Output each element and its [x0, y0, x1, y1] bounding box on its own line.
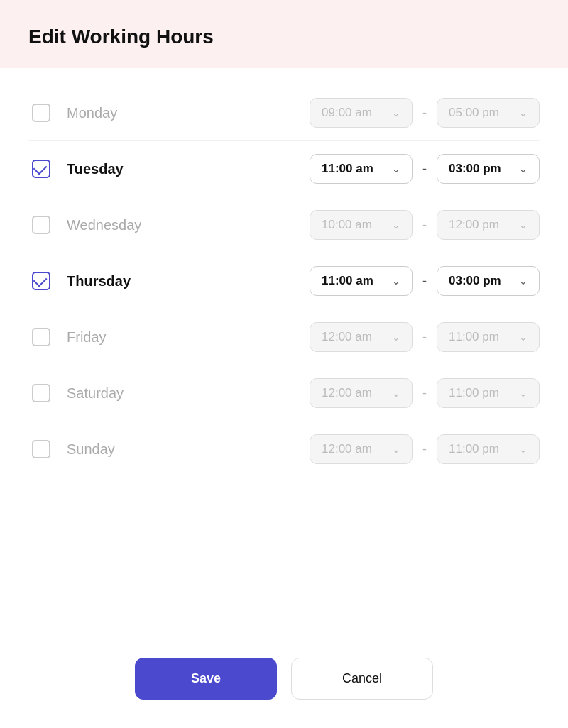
checkbox-wednesday[interactable]	[28, 212, 54, 238]
start-time-chevron-wednesday: ⌄	[392, 219, 400, 231]
end-time-value-tuesday: 03:00 pm	[449, 162, 501, 176]
end-time-friday[interactable]: 11:00 pm ⌄	[437, 322, 540, 352]
start-time-value-monday: 09:00 am	[322, 106, 372, 120]
end-time-wednesday[interactable]: 12:00 pm ⌄	[437, 210, 540, 240]
end-time-sunday[interactable]: 11:00 pm ⌄	[437, 434, 540, 464]
day-row-saturday: Saturday 12:00 am ⌄ - 11:00 pm ⌄	[28, 365, 540, 421]
end-time-value-sunday: 11:00 pm	[449, 442, 499, 456]
start-time-chevron-thursday: ⌄	[392, 275, 400, 287]
time-controls-monday: 09:00 am ⌄ - 05:00 pm ⌄	[310, 98, 540, 128]
separator-thursday: -	[420, 274, 430, 289]
end-time-saturday[interactable]: 11:00 pm ⌄	[437, 378, 540, 408]
separator-sunday: -	[420, 442, 430, 457]
separator-wednesday: -	[420, 218, 430, 233]
checkbox-monday[interactable]	[28, 100, 54, 126]
time-controls-sunday: 12:00 am ⌄ - 11:00 pm ⌄	[310, 434, 540, 464]
end-time-tuesday[interactable]: 03:00 pm ⌄	[437, 154, 540, 184]
checkbox-box-saturday[interactable]	[32, 384, 50, 402]
start-time-tuesday[interactable]: 11:00 am ⌄	[310, 154, 413, 184]
footer: Save Cancel	[0, 644, 568, 728]
time-controls-saturday: 12:00 am ⌄ - 11:00 pm ⌄	[310, 378, 540, 408]
start-time-sunday[interactable]: 12:00 am ⌄	[310, 434, 413, 464]
end-time-value-saturday: 11:00 pm	[449, 386, 499, 400]
day-label-sunday: Sunday	[67, 441, 180, 458]
start-time-chevron-tuesday: ⌄	[392, 163, 400, 175]
day-row-friday: Friday 12:00 am ⌄ - 11:00 pm ⌄	[28, 309, 540, 365]
day-label-thursday: Thursday	[67, 273, 180, 289]
start-time-saturday[interactable]: 12:00 am ⌄	[310, 378, 413, 408]
start-time-value-tuesday: 11:00 am	[322, 162, 373, 176]
checkbox-box-friday[interactable]	[32, 328, 50, 346]
start-time-wednesday[interactable]: 10:00 am ⌄	[310, 210, 413, 240]
end-time-thursday[interactable]: 03:00 pm ⌄	[437, 266, 540, 296]
page-title: Edit Working Hours	[28, 26, 214, 48]
day-row-monday: Monday 09:00 am ⌄ - 05:00 pm ⌄	[28, 85, 540, 141]
checkbox-friday[interactable]	[28, 324, 54, 350]
end-time-value-wednesday: 12:00 pm	[449, 218, 499, 232]
day-label-saturday: Saturday	[67, 385, 180, 402]
day-row-sunday: Sunday 12:00 am ⌄ - 11:00 pm ⌄	[28, 421, 540, 477]
end-time-value-thursday: 03:00 pm	[449, 274, 501, 288]
start-time-value-sunday: 12:00 am	[322, 442, 372, 456]
start-time-value-friday: 12:00 am	[322, 330, 372, 344]
day-label-tuesday: Tuesday	[67, 161, 180, 177]
day-label-monday: Monday	[67, 105, 180, 121]
start-time-value-thursday: 11:00 am	[322, 274, 373, 288]
time-controls-wednesday: 10:00 am ⌄ - 12:00 pm ⌄	[310, 210, 540, 240]
end-time-chevron-wednesday: ⌄	[519, 219, 528, 231]
start-time-thursday[interactable]: 11:00 am ⌄	[310, 266, 413, 296]
end-time-chevron-friday: ⌄	[519, 331, 528, 343]
start-time-chevron-friday: ⌄	[392, 331, 400, 343]
time-controls-friday: 12:00 am ⌄ - 11:00 pm ⌄	[310, 322, 540, 352]
day-row-thursday: Thursday 11:00 am ⌄ - 03:00 pm ⌄	[28, 253, 540, 309]
checkbox-saturday[interactable]	[28, 380, 54, 406]
end-time-chevron-thursday: ⌄	[519, 275, 528, 287]
time-controls-thursday: 11:00 am ⌄ - 03:00 pm ⌄	[310, 266, 540, 296]
separator-saturday: -	[420, 386, 430, 401]
start-time-friday[interactable]: 12:00 am ⌄	[310, 322, 413, 352]
checkbox-tuesday[interactable]	[28, 156, 54, 182]
checkbox-box-thursday[interactable]	[32, 272, 50, 290]
checkbox-box-monday[interactable]	[32, 104, 50, 122]
separator-tuesday: -	[420, 162, 430, 177]
start-time-value-saturday: 12:00 am	[322, 386, 372, 400]
end-time-chevron-saturday: ⌄	[519, 387, 528, 399]
end-time-monday[interactable]: 05:00 pm ⌄	[437, 98, 540, 128]
end-time-chevron-sunday: ⌄	[519, 443, 528, 455]
start-time-monday[interactable]: 09:00 am ⌄	[310, 98, 413, 128]
end-time-chevron-monday: ⌄	[519, 107, 528, 118]
day-label-wednesday: Wednesday	[67, 217, 180, 233]
day-row-wednesday: Wednesday 10:00 am ⌄ - 12:00 pm ⌄	[28, 197, 540, 253]
checkbox-box-wednesday[interactable]	[32, 216, 50, 234]
day-row-tuesday: Tuesday 11:00 am ⌄ - 03:00 pm ⌄	[28, 141, 540, 197]
end-time-value-monday: 05:00 pm	[449, 106, 499, 120]
separator-friday: -	[420, 330, 430, 345]
separator-monday: -	[420, 106, 430, 121]
start-time-chevron-monday: ⌄	[392, 107, 400, 118]
save-button[interactable]: Save	[135, 658, 277, 700]
days-list: Monday 09:00 am ⌄ - 05:00 pm ⌄ Tuesday 1…	[0, 68, 568, 644]
start-time-chevron-sunday: ⌄	[392, 443, 400, 455]
checkbox-sunday[interactable]	[28, 436, 54, 462]
day-label-friday: Friday	[67, 329, 180, 346]
cancel-button[interactable]: Cancel	[291, 658, 433, 700]
end-time-chevron-tuesday: ⌄	[519, 163, 528, 175]
checkbox-box-tuesday[interactable]	[32, 160, 50, 178]
page-header: Edit Working Hours	[0, 0, 568, 68]
start-time-value-wednesday: 10:00 am	[322, 218, 372, 232]
end-time-value-friday: 11:00 pm	[449, 330, 499, 344]
checkbox-box-sunday[interactable]	[32, 440, 50, 458]
start-time-chevron-saturday: ⌄	[392, 387, 400, 399]
checkbox-thursday[interactable]	[28, 268, 54, 294]
time-controls-tuesday: 11:00 am ⌄ - 03:00 pm ⌄	[310, 154, 540, 184]
